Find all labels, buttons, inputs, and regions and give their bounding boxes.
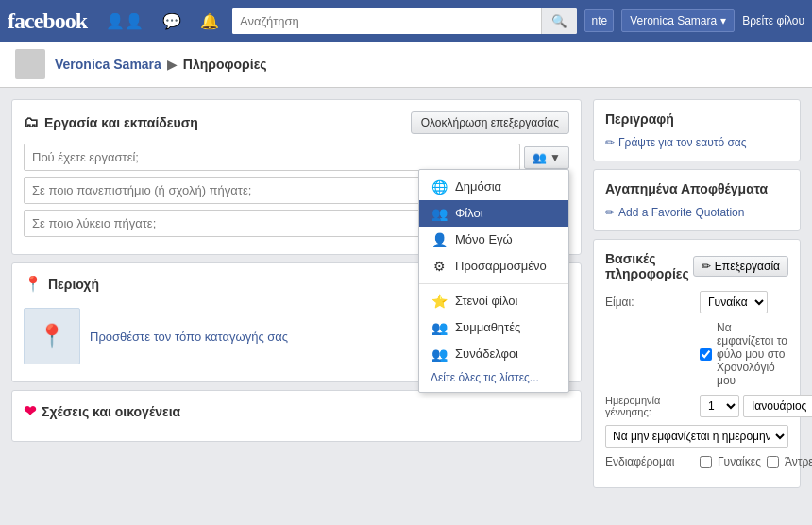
search-bar: 🔍 (232, 8, 577, 34)
pencil-quotes-icon: ✏ (605, 206, 615, 219)
relationships-card: ❤ Σχέσεις και οικογένεια (11, 390, 582, 442)
privacy-option-classmates-label: Συμμαθητές (455, 320, 520, 334)
region-card-title: Περιοχή (48, 277, 99, 292)
basic-info-panel: Βασικές πληροφορίες ✏ Επεξεργασία Είμαι:… (593, 239, 801, 488)
gender-label: Είμαι: (605, 296, 700, 309)
privacy-btn-arrow: ▼ (550, 151, 561, 164)
user-name-label: Veronica Samara (630, 14, 717, 27)
quotes-card-title: Αγαπημένα Αποφθέγματα (605, 181, 768, 196)
birthday-row: Ημερομηνία γέννησης: 123 ΙανουάριοςΦεβρο… (605, 395, 788, 417)
work-title-text: 🗂 Εργασία και εκπαίδευση (24, 114, 198, 131)
dropdown-arrow-icon: ▾ (720, 14, 726, 27)
work-input[interactable] (24, 144, 520, 171)
interested-women-checkbox[interactable] (700, 456, 712, 468)
relationships-card-title: Σχέσεις και οικογένεια (42, 404, 180, 419)
relationships-card-title-row: ❤ Σχέσεις και οικογένεια (24, 402, 569, 420)
write-link-label: Γράψτε για τον εαυτό σας (618, 136, 747, 149)
birthday-day-select[interactable]: 123 (700, 395, 739, 417)
privacy-option-only-me[interactable]: 👤 Μόνο Εγώ (419, 227, 568, 253)
coworkers-icon: 👥 (431, 347, 448, 362)
privacy-option-public-label: Δημόσια (455, 179, 501, 194)
birthday-privacy-row: Να μην εμφανίζεται η ημερομηνία γέννησής… (605, 425, 788, 448)
privacy-option-close-friends[interactable]: ⭐ Στενοί φίλοι (419, 288, 568, 314)
interested-options: Γυναίκες Άντρες (700, 455, 812, 468)
interested-men-checkbox[interactable] (767, 456, 779, 468)
nav-right-area: nte Veronica Samara ▾ Βρείτε φίλου (584, 9, 804, 32)
privacy-option-public[interactable]: 🌐 Δημόσια (419, 174, 568, 200)
basic-info-title: Βασικές πληροφορίες (605, 251, 693, 281)
complete-editing-button[interactable]: Ολοκλήρωση επεξεργασίας (411, 111, 569, 134)
gender-show-checkbox[interactable] (700, 348, 712, 361)
notifications-nav-icon[interactable]: 🔔 (195, 8, 225, 34)
right-column: Περιγραφή ✏ Γράψτε για τον εαυτό σας Αγα… (593, 99, 801, 488)
privacy-toggle-button[interactable]: 👥 ▼ (524, 146, 569, 169)
search-button[interactable]: 🔍 (541, 8, 577, 34)
messages-nav-icon[interactable]: 💬 (157, 8, 187, 34)
region-map-thumbnail: 📍 (24, 308, 80, 364)
interested-men-label: Άντρες (785, 455, 812, 468)
profile-avatar-small (15, 49, 45, 79)
interested-row: Ενδιαφέρομαι Γυναίκες Άντρες (605, 455, 788, 468)
privacy-option-coworkers[interactable]: 👥 Συνάδελφοι (419, 341, 568, 367)
pencil-icon: ✏ (605, 136, 615, 149)
add-quotation-link[interactable]: ✏ Add a Favorite Quotation (605, 206, 788, 219)
privacy-dropdown-container: 👥 ▼ 🌐 Δημόσια 👥 Φίλοι (524, 146, 569, 169)
basic-info-title-row: Βασικές πληροφορίες ✏ Επεξεργασία (605, 251, 788, 281)
friends-nav-icon[interactable]: 👤👤 (100, 8, 149, 34)
gender-select[interactable]: Γυναίκα Άνδρας (700, 291, 768, 313)
privacy-dropdown-menu: 🌐 Δημόσια 👥 Φίλοι 👤 Μόνο Εγώ ⚙ (418, 169, 569, 393)
write-about-yourself-link[interactable]: ✏ Γράψτε για τον εαυτό σας (605, 136, 788, 149)
heart-icon: ❤ (24, 402, 36, 420)
classmates-icon: 👥 (431, 320, 448, 335)
birthday-month-select[interactable]: ΙανουάριοςΦεβρουάριος (743, 395, 812, 417)
briefcase-icon: 🗂 (24, 114, 39, 131)
privacy-option-custom-label: Προσαρμοσμένο (455, 259, 547, 273)
work-input-row: 👥 ▼ 🌐 Δημόσια 👥 Φίλοι (24, 144, 569, 171)
birthday-selects: 123 ΙανουάριοςΦεβρουάριος 19801981 (700, 395, 812, 417)
nte-label: nte (584, 9, 614, 32)
friends-icon: 👥 (431, 206, 448, 221)
location-icon: 📍 (24, 275, 42, 293)
dropdown-divider (419, 283, 568, 284)
gender-value-area: Γυναίκα Άνδρας (700, 291, 768, 313)
work-card-title-row: 🗂 Εργασία και εκπαίδευση Ολοκλήρωση επεξ… (24, 111, 569, 134)
main-content: 🗂 Εργασία και εκπαίδευση Ολοκλήρωση επεξ… (0, 88, 812, 500)
privacy-icon: 👥 (533, 151, 547, 164)
privacy-option-custom[interactable]: ⚙ Προσαρμοσμένο (419, 253, 568, 279)
interested-label: Ενδιαφέρομαι (605, 455, 700, 468)
add-location-link[interactable]: Προσθέστε τον τόπο καταγωγής σας (90, 330, 288, 344)
privacy-option-friends-label: Φίλοι (455, 206, 483, 220)
quotes-card: Αγαπημένα Αποφθέγματα ✏ Add a Favorite Q… (593, 169, 801, 231)
quotes-card-title-row: Αγαπημένα Αποφθέγματα (605, 181, 788, 196)
user-account-button[interactable]: Veronica Samara ▾ (621, 9, 735, 32)
map-pin-icon: 📍 (38, 323, 66, 349)
privacy-option-coworkers-label: Συνάδελφοι (455, 347, 518, 361)
left-column: 🗂 Εργασία και εκπαίδευση Ολοκλήρωση επεξ… (11, 99, 582, 488)
relationships-title-text: ❤ Σχέσεις και οικογένεια (24, 402, 180, 420)
privacy-option-close-friends-label: Στενοί φίλοι (455, 294, 517, 308)
privacy-option-friends[interactable]: 👥 Φίλοι (419, 200, 568, 227)
find-friends-link[interactable]: Βρείτε φίλου (742, 14, 804, 27)
interested-women-label: Γυναίκες (718, 455, 761, 468)
breadcrumb-bar: Veronica Samara ▶ Πληροφορίες (0, 42, 812, 88)
birthday-label: Ημερομηνία γέννησης: (605, 395, 700, 417)
see-all-lists-link[interactable]: Δείτε όλες τις λίστες... (419, 367, 568, 388)
gender-show-label: Να εμφανίζεται το φύλο μου στο Χρονολόγι… (717, 321, 788, 387)
description-card: Περιγραφή ✏ Γράψτε για τον εαυτό σας (593, 99, 801, 161)
breadcrumb-user-link[interactable]: Veronica Samara (55, 57, 161, 72)
privacy-option-only-me-label: Μόνο Εγώ (455, 232, 513, 246)
work-education-card: 🗂 Εργασία και εκπαίδευση Ολοκλήρωση επεξ… (11, 99, 582, 255)
breadcrumb-current-page: Πληροφορίες (183, 57, 267, 72)
birthday-privacy-select[interactable]: Να μην εμφανίζεται η ημερομηνία γέννησής… (605, 425, 788, 448)
star-icon: ⭐ (431, 294, 448, 309)
edit-btn-label: Επεξεργασία (715, 260, 780, 273)
basic-info-edit-button[interactable]: ✏ Επεξεργασία (693, 256, 788, 277)
description-card-title: Περιγραφή (605, 111, 674, 127)
privacy-option-classmates[interactable]: 👥 Συμμαθητές (419, 314, 568, 341)
add-quotation-label: Add a Favorite Quotation (618, 206, 744, 219)
gender-row: Είμαι: Γυναίκα Άνδρας (605, 291, 788, 313)
gender-show-checkbox-row: Να εμφανίζεται το φύλο μου στο Χρονολόγι… (700, 321, 788, 387)
search-input[interactable] (232, 8, 541, 34)
breadcrumb-separator: ▶ (167, 57, 178, 72)
description-card-title-row: Περιγραφή (605, 111, 788, 127)
